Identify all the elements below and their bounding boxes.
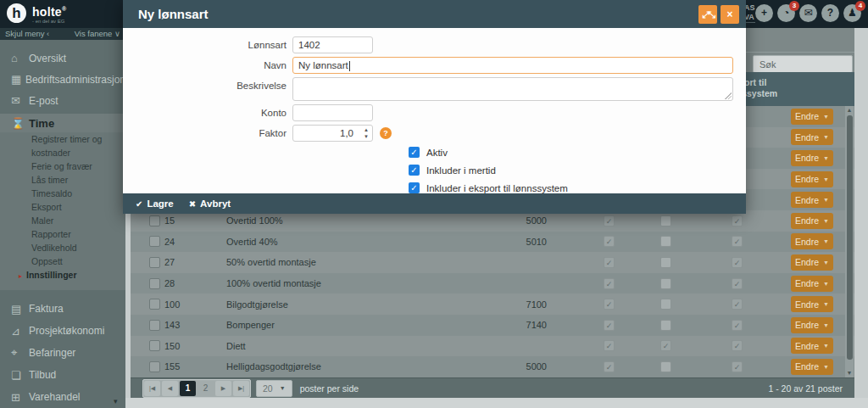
endre-button[interactable]: Endre ▼ <box>791 233 833 249</box>
sidebar-subitem[interactable]: Oppsett <box>0 254 125 268</box>
sidebar-item-epost[interactable]: ✉ E-post <box>0 90 125 111</box>
row-checkbox[interactable] <box>149 236 160 247</box>
endre-button[interactable]: Endre ▼ <box>791 296 833 312</box>
eksport-checkbox[interactable] <box>732 215 743 226</box>
help-icon[interactable]: ? <box>821 4 839 22</box>
spin-down-icon[interactable]: ▼ <box>364 133 369 140</box>
table-scrollbar[interactable]: ▲ ▼ <box>845 106 854 377</box>
eksport-checkbox[interactable] <box>732 340 743 351</box>
mertid-checkbox[interactable] <box>660 320 671 331</box>
eksport-checkbox[interactable] <box>732 361 743 372</box>
mertid-checkbox[interactable] <box>660 257 671 268</box>
row-checkbox[interactable] <box>149 257 160 268</box>
sidebar-subitem[interactable]: Lås timer <box>0 173 125 187</box>
help-icon[interactable]: ? <box>380 127 392 139</box>
sidebar-subitem-innstillinger[interactable]: ▸Innstillinger <box>0 268 125 283</box>
scrollbar-thumb[interactable] <box>847 115 853 360</box>
mertid-checkbox[interactable] <box>660 340 671 351</box>
spin-up-icon[interactable]: ▲ <box>364 126 369 133</box>
save-button[interactable]: ✔Lagre <box>136 198 174 209</box>
endre-button[interactable]: Endre ▼ <box>791 171 833 187</box>
next-page-button[interactable]: ▶ <box>215 381 231 396</box>
mertid-checkbox[interactable] <box>660 299 671 310</box>
sidebar-item-prosjektokonomi[interactable]: ⊿ Prosjektøkonomi <box>0 320 125 342</box>
lonnsart-field[interactable] <box>292 36 373 53</box>
mertid-checkbox[interactable] <box>660 361 671 372</box>
add-icon[interactable]: + <box>755 4 773 22</box>
row-checkbox[interactable] <box>149 340 160 351</box>
last-page-button[interactable]: ▶| <box>233 381 249 396</box>
row-checkbox[interactable] <box>149 299 160 310</box>
faktor-field[interactable] <box>292 125 373 142</box>
endre-button[interactable]: Endre ▼ <box>791 192 833 208</box>
history-icon[interactable]: ◔ 3 <box>777 4 795 22</box>
endre-button[interactable]: Endre ▼ <box>791 359 833 375</box>
sidebar-subitem[interactable]: Eksport <box>0 200 125 214</box>
sidebar-item-time[interactable]: ⌛ Time <box>0 114 125 132</box>
resize-grip-icon[interactable] <box>725 92 732 99</box>
checked-checkbox[interactable] <box>409 165 420 176</box>
row-checkbox[interactable] <box>149 320 160 331</box>
sidebar-item-befaringer[interactable]: ⌖ Befaringer <box>0 342 125 364</box>
sidebar-item-faktura[interactable]: ▤ Faktura <box>0 298 125 320</box>
profile-icon[interactable]: ♟ 4 <box>843 4 861 22</box>
endre-button[interactable]: Endre ▼ <box>791 317 833 333</box>
endre-button[interactable]: Endre ▼ <box>791 213 833 229</box>
eksport-checkbox[interactable] <box>732 299 743 310</box>
aktiv-checkbox[interactable] <box>604 236 615 247</box>
row-checkbox[interactable] <box>149 278 160 289</box>
row-checkbox[interactable] <box>149 215 160 226</box>
expand-icon[interactable]: ⤢⤡ <box>698 5 717 24</box>
checked-checkbox[interactable] <box>409 182 420 193</box>
sidebar-subitem[interactable]: Registrer timer og kostnader <box>0 132 125 159</box>
page-size-select[interactable]: 20 ▼ <box>256 380 292 397</box>
search-input[interactable] <box>753 55 853 73</box>
close-icon[interactable]: × <box>721 5 739 24</box>
sidebar-item-oversikt[interactable]: ⌂ Oversikt <box>0 48 125 69</box>
aktiv-checkbox[interactable] <box>604 340 615 351</box>
endre-button[interactable]: Endre ▼ <box>791 276 833 292</box>
sidebar-item-varehandel[interactable]: ⊞ Varehandel <box>0 386 125 408</box>
show-tabs-button[interactable]: Vis fanene ∨ <box>75 29 120 40</box>
endre-button[interactable]: Endre ▼ <box>791 338 833 354</box>
eksport-checkbox[interactable] <box>732 320 743 331</box>
sidebar-subitem[interactable]: Vedlikehold <box>0 241 125 254</box>
aktiv-checkbox[interactable] <box>604 361 615 372</box>
scroll-up-icon[interactable]: ▲ <box>845 106 854 115</box>
endre-button[interactable]: Endre ▼ <box>791 150 833 166</box>
aktiv-checkbox[interactable] <box>604 299 615 310</box>
aktiv-checkbox[interactable] <box>604 215 615 226</box>
endre-button[interactable]: Endre ▼ <box>791 109 833 125</box>
sidebar-subitem[interactable]: Ferie og fravær <box>0 159 125 173</box>
page-2-button[interactable]: 2 <box>198 381 214 396</box>
mertid-checkbox[interactable] <box>660 236 671 247</box>
aktiv-checkbox[interactable] <box>604 278 615 289</box>
aktiv-checkbox[interactable] <box>604 257 615 268</box>
cancel-button[interactable]: ✖Avbryt <box>189 198 231 209</box>
brand-logo[interactable]: h holte® - en del av EG <box>7 3 66 24</box>
navn-field[interactable]: Ny lønnsart <box>292 57 733 74</box>
mertid-checkbox[interactable] <box>660 278 671 289</box>
mertid-checkbox[interactable] <box>660 215 671 226</box>
mail-icon[interactable]: ✉ <box>799 4 817 22</box>
scroll-down-icon[interactable]: ▼ <box>845 369 854 377</box>
prev-page-button[interactable]: ◀ <box>162 381 178 396</box>
endre-button[interactable]: Endre ▼ <box>791 254 833 271</box>
aktiv-checkbox[interactable] <box>604 320 615 331</box>
collapse-menu-button[interactable]: Skjul meny ‹ <box>5 29 49 40</box>
checked-checkbox[interactable] <box>409 147 420 158</box>
beskrivelse-field[interactable] <box>292 77 733 101</box>
eksport-checkbox[interactable] <box>732 257 743 268</box>
first-page-button[interactable]: |◀ <box>144 381 160 396</box>
sidebar-item-tilbud[interactable]: ❏ Tilbud <box>0 364 125 386</box>
sidebar-item-bedriftsadministrasjon[interactable]: ▦ Bedriftsadministrasjon <box>0 69 125 90</box>
sidebar-subitem[interactable]: Timesaldo <box>0 187 125 200</box>
eksport-checkbox[interactable] <box>732 236 743 247</box>
konto-field[interactable] <box>292 104 373 121</box>
eksport-checkbox[interactable] <box>732 278 743 289</box>
sidebar-subitem[interactable]: Maler <box>0 214 125 227</box>
sidebar-subitem[interactable]: Rapporter <box>0 227 125 241</box>
endre-button[interactable]: Endre ▼ <box>791 129 833 145</box>
sidebar-scroll-down-icon[interactable]: ▾ <box>114 397 118 405</box>
page-1-button[interactable]: 1 <box>180 381 196 396</box>
